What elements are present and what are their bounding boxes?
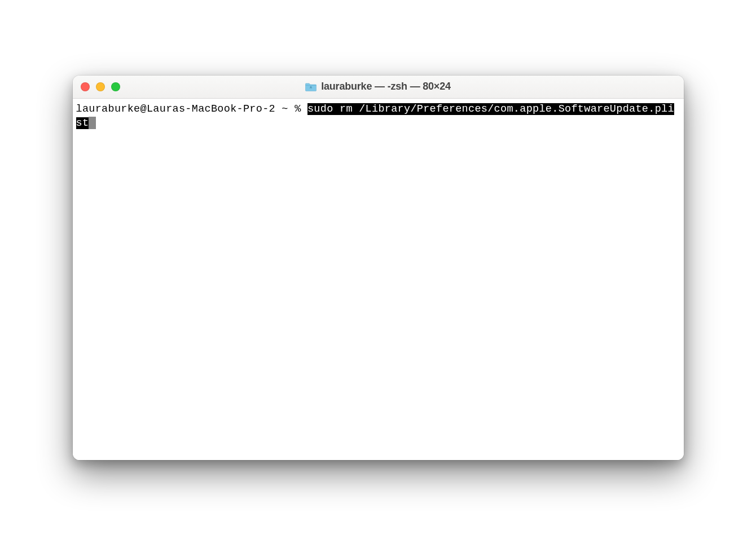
shell-prompt: lauraburke@Lauras-MacBook-Pro-2 ~ % bbox=[76, 103, 307, 115]
terminal-content-area[interactable]: lauraburke@Lauras-MacBook-Pro-2 ~ % sudo… bbox=[73, 99, 684, 460]
close-button[interactable] bbox=[81, 82, 90, 91]
minimize-button[interactable] bbox=[96, 82, 105, 91]
title-area: lauraburke — -zsh — 80×24 bbox=[73, 81, 684, 92]
home-folder-icon bbox=[305, 82, 317, 91]
window-controls bbox=[81, 82, 120, 91]
maximize-button[interactable] bbox=[111, 82, 120, 91]
terminal-window: lauraburke — -zsh — 80×24 lauraburke@Lau… bbox=[73, 76, 684, 460]
window-title: lauraburke — -zsh — 80×24 bbox=[321, 81, 451, 92]
cursor bbox=[89, 117, 96, 129]
titlebar[interactable]: lauraburke — -zsh — 80×24 bbox=[73, 76, 684, 99]
